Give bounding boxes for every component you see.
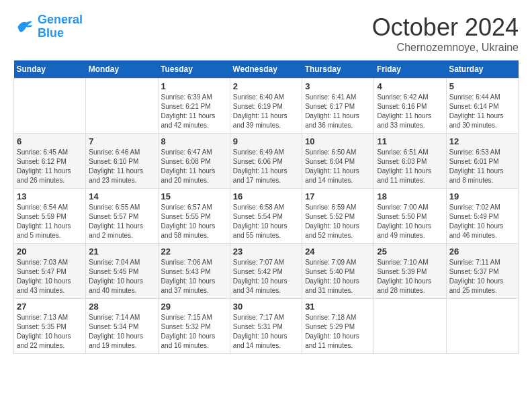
- calendar-cell: 4Sunrise: 6:42 AM Sunset: 6:16 PM Daylig…: [374, 79, 446, 134]
- day-number: 27: [17, 302, 83, 312]
- calendar-cell: 1Sunrise: 6:39 AM Sunset: 6:21 PM Daylig…: [158, 79, 230, 134]
- day-info: Sunrise: 6:45 AM Sunset: 6:12 PM Dayligh…: [17, 148, 83, 185]
- calendar-cell: 27Sunrise: 7:13 AM Sunset: 5:35 PM Dayli…: [14, 299, 86, 354]
- day-number: 4: [377, 81, 443, 91]
- calendar-cell: 15Sunrise: 6:57 AM Sunset: 5:55 PM Dayli…: [158, 189, 230, 244]
- day-info: Sunrise: 6:58 AM Sunset: 5:54 PM Dayligh…: [233, 203, 299, 240]
- calendar-cell: 22Sunrise: 7:06 AM Sunset: 5:43 PM Dayli…: [158, 244, 230, 299]
- calendar-cell: 26Sunrise: 7:11 AM Sunset: 5:37 PM Dayli…: [446, 244, 518, 299]
- weekday-header-row: SundayMondayTuesdayWednesdayThursdayFrid…: [14, 60, 519, 79]
- day-number: 7: [89, 136, 154, 146]
- calendar-cell: 16Sunrise: 6:58 AM Sunset: 5:54 PM Dayli…: [230, 189, 302, 244]
- day-info: Sunrise: 6:41 AM Sunset: 6:17 PM Dayligh…: [305, 93, 371, 130]
- week-row-3: 13Sunrise: 6:54 AM Sunset: 5:59 PM Dayli…: [14, 189, 519, 244]
- day-number: 29: [161, 302, 227, 312]
- day-number: 23: [233, 246, 299, 257]
- weekday-header-friday: Friday: [374, 60, 446, 79]
- day-number: 10: [305, 136, 371, 146]
- location: Chernozemnoye, Ukraine: [372, 42, 519, 54]
- day-info: Sunrise: 6:57 AM Sunset: 5:55 PM Dayligh…: [161, 203, 227, 240]
- day-info: Sunrise: 6:47 AM Sunset: 6:08 PM Dayligh…: [161, 148, 227, 185]
- weekday-header-monday: Monday: [86, 60, 158, 79]
- day-number: 24: [305, 246, 371, 257]
- day-info: Sunrise: 7:02 AM Sunset: 5:49 PM Dayligh…: [449, 203, 515, 240]
- day-info: Sunrise: 6:39 AM Sunset: 6:21 PM Dayligh…: [161, 93, 227, 130]
- day-info: Sunrise: 6:46 AM Sunset: 6:10 PM Dayligh…: [89, 148, 154, 185]
- day-info: Sunrise: 6:42 AM Sunset: 6:16 PM Dayligh…: [377, 93, 443, 130]
- day-number: 17: [305, 191, 371, 201]
- page-header: General Blue October 2024 Chernozemnoye,…: [13, 13, 519, 54]
- day-info: Sunrise: 6:51 AM Sunset: 6:03 PM Dayligh…: [377, 148, 443, 185]
- day-info: Sunrise: 7:03 AM Sunset: 5:47 PM Dayligh…: [17, 258, 83, 295]
- day-info: Sunrise: 6:44 AM Sunset: 6:14 PM Dayligh…: [449, 93, 515, 130]
- day-info: Sunrise: 7:14 AM Sunset: 5:34 PM Dayligh…: [89, 313, 154, 351]
- day-info: Sunrise: 7:18 AM Sunset: 5:29 PM Dayligh…: [305, 313, 371, 351]
- day-number: 2: [233, 81, 299, 91]
- day-info: Sunrise: 6:49 AM Sunset: 6:06 PM Dayligh…: [233, 148, 299, 185]
- day-number: 11: [377, 136, 443, 146]
- calendar-cell: 20Sunrise: 7:03 AM Sunset: 5:47 PM Dayli…: [14, 244, 86, 299]
- calendar-cell: 23Sunrise: 7:07 AM Sunset: 5:42 PM Dayli…: [230, 244, 302, 299]
- day-info: Sunrise: 6:55 AM Sunset: 5:57 PM Dayligh…: [89, 203, 154, 240]
- day-info: Sunrise: 6:50 AM Sunset: 6:04 PM Dayligh…: [305, 148, 371, 185]
- day-info: Sunrise: 6:59 AM Sunset: 5:52 PM Dayligh…: [305, 203, 371, 240]
- day-number: 6: [17, 136, 83, 146]
- day-info: Sunrise: 6:53 AM Sunset: 6:01 PM Dayligh…: [449, 148, 515, 185]
- week-row-1: 1Sunrise: 6:39 AM Sunset: 6:21 PM Daylig…: [14, 79, 519, 134]
- day-number: 12: [449, 136, 515, 146]
- weekday-header-wednesday: Wednesday: [230, 60, 302, 79]
- day-number: 18: [377, 191, 443, 201]
- week-row-4: 20Sunrise: 7:03 AM Sunset: 5:47 PM Dayli…: [14, 244, 519, 299]
- logo: General Blue: [13, 13, 83, 40]
- calendar-cell: 11Sunrise: 6:51 AM Sunset: 6:03 PM Dayli…: [374, 134, 446, 189]
- calendar-cell: 5Sunrise: 6:44 AM Sunset: 6:14 PM Daylig…: [446, 79, 518, 134]
- day-info: Sunrise: 7:13 AM Sunset: 5:35 PM Dayligh…: [17, 313, 83, 351]
- weekday-header-sunday: Sunday: [14, 60, 86, 79]
- day-number: 9: [233, 136, 299, 146]
- weekday-header-saturday: Saturday: [446, 60, 518, 79]
- day-number: 22: [161, 246, 227, 257]
- logo-text: General Blue: [38, 13, 83, 40]
- calendar-cell: 14Sunrise: 6:55 AM Sunset: 5:57 PM Dayli…: [86, 189, 158, 244]
- weekday-header-thursday: Thursday: [302, 60, 374, 79]
- calendar-cell: [14, 79, 86, 134]
- calendar-cell: 9Sunrise: 6:49 AM Sunset: 6:06 PM Daylig…: [230, 134, 302, 189]
- weekday-header-tuesday: Tuesday: [158, 60, 230, 79]
- calendar-cell: 12Sunrise: 6:53 AM Sunset: 6:01 PM Dayli…: [446, 134, 518, 189]
- day-number: 13: [17, 191, 83, 201]
- day-info: Sunrise: 7:15 AM Sunset: 5:32 PM Dayligh…: [161, 313, 227, 351]
- calendar-cell: 10Sunrise: 6:50 AM Sunset: 6:04 PM Dayli…: [302, 134, 374, 189]
- day-info: Sunrise: 7:04 AM Sunset: 5:45 PM Dayligh…: [89, 258, 154, 295]
- calendar-cell: 30Sunrise: 7:17 AM Sunset: 5:31 PM Dayli…: [230, 299, 302, 354]
- day-number: 19: [449, 191, 515, 201]
- day-info: Sunrise: 6:40 AM Sunset: 6:19 PM Dayligh…: [233, 93, 299, 130]
- calendar-cell: 17Sunrise: 6:59 AM Sunset: 5:52 PM Dayli…: [302, 189, 374, 244]
- day-number: 31: [305, 302, 371, 312]
- day-number: 25: [377, 246, 443, 257]
- day-number: 3: [305, 81, 371, 91]
- calendar-cell: 25Sunrise: 7:10 AM Sunset: 5:39 PM Dayli…: [374, 244, 446, 299]
- day-number: 28: [89, 302, 154, 312]
- day-info: Sunrise: 7:11 AM Sunset: 5:37 PM Dayligh…: [449, 258, 515, 295]
- calendar-cell: 3Sunrise: 6:41 AM Sunset: 6:17 PM Daylig…: [302, 79, 374, 134]
- calendar-cell: 21Sunrise: 7:04 AM Sunset: 5:45 PM Dayli…: [86, 244, 158, 299]
- calendar-cell: 2Sunrise: 6:40 AM Sunset: 6:19 PM Daylig…: [230, 79, 302, 134]
- week-row-2: 6Sunrise: 6:45 AM Sunset: 6:12 PM Daylig…: [14, 134, 519, 189]
- calendar-cell: 29Sunrise: 7:15 AM Sunset: 5:32 PM Dayli…: [158, 299, 230, 354]
- day-number: 5: [449, 81, 515, 91]
- day-number: 8: [161, 136, 227, 146]
- day-info: Sunrise: 6:54 AM Sunset: 5:59 PM Dayligh…: [17, 203, 83, 240]
- calendar-cell: 18Sunrise: 7:00 AM Sunset: 5:50 PM Dayli…: [374, 189, 446, 244]
- day-number: 16: [233, 191, 299, 201]
- month-title: October 2024: [372, 13, 519, 42]
- logo-icon: [13, 16, 35, 38]
- day-number: 21: [89, 246, 154, 257]
- day-number: 26: [449, 246, 515, 257]
- day-info: Sunrise: 7:10 AM Sunset: 5:39 PM Dayligh…: [377, 258, 443, 295]
- day-number: 15: [161, 191, 227, 201]
- calendar-cell: 6Sunrise: 6:45 AM Sunset: 6:12 PM Daylig…: [14, 134, 86, 189]
- calendar-cell: [446, 299, 518, 354]
- title-block: October 2024 Chernozemnoye, Ukraine: [372, 13, 519, 54]
- calendar-cell: 28Sunrise: 7:14 AM Sunset: 5:34 PM Dayli…: [86, 299, 158, 354]
- calendar-cell: [374, 299, 446, 354]
